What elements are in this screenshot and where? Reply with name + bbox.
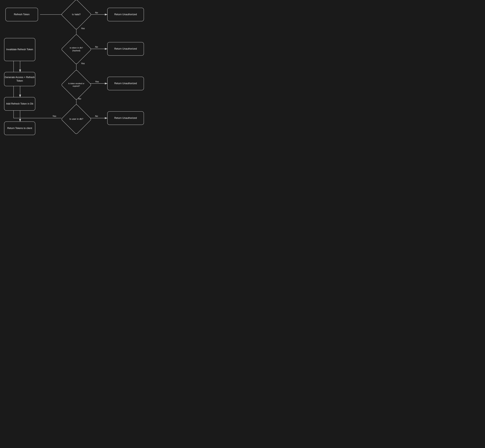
yes-label-1: Yes (81, 27, 85, 30)
flowchart-diagram: No Yes No Yes Yes No No Yes Refresh Toke… (0, 0, 152, 137)
no-label-4: No (95, 115, 98, 118)
is-token-revoked-diamond (61, 70, 92, 100)
no-label-2: No (95, 46, 98, 48)
return-unauthorized-2-box: Return Unauthorized (107, 42, 144, 56)
is-valid-diamond (61, 0, 92, 30)
return-unauthorized-3-box: Return Unauthorized (107, 77, 144, 90)
refresh-token-box: Refresh Token (5, 8, 38, 21)
is-user-in-db-diamond-wrapper: Is user in db? (65, 109, 87, 130)
is-user-in-db-diamond (61, 104, 92, 134)
return-tokens-box: Return Tokens to client (4, 121, 35, 135)
return-unauthorized-4-box: Return Unauthorized (107, 111, 144, 125)
no-label-3: No (78, 97, 81, 100)
is-token-revoked-diamond-wrapper: Is token revoked or expired? (65, 74, 87, 96)
add-db-box: Add Refresh Token in Db (4, 97, 35, 111)
is-token-in-db-diamond-wrapper: Is token in db? (hashed) (65, 39, 87, 60)
generate-box: Generate Access + Refresh Token (4, 72, 35, 86)
return-unauthorized-1-box: Return Unauthorized (107, 8, 144, 21)
yes-label-2: Yes (81, 62, 85, 65)
invalidate-box: Invalidate Refresh Token (4, 38, 35, 61)
yes-label-3: Yes (95, 80, 99, 83)
yes-label-4: Yes (52, 115, 56, 118)
is-token-in-db-diamond (61, 34, 92, 64)
no-label-1: No (95, 11, 98, 14)
is-valid-diamond-wrapper: Is Valid? (65, 5, 87, 24)
